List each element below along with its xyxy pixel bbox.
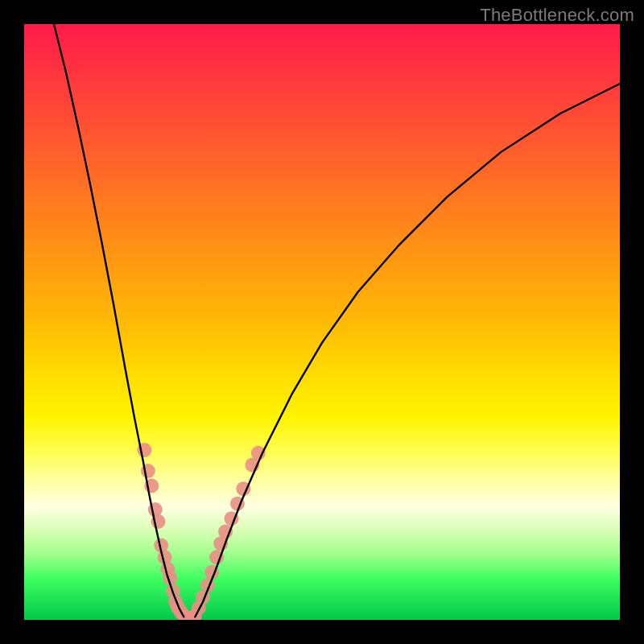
curve-left-branch bbox=[54, 24, 184, 617]
chart-frame: TheBottleneck.com bbox=[0, 0, 644, 644]
highlight-dot bbox=[141, 464, 155, 478]
watermark-text: TheBottleneck.com bbox=[480, 5, 634, 26]
curve-layer bbox=[24, 24, 620, 620]
curve-right-branch bbox=[195, 84, 620, 617]
plot-area bbox=[24, 24, 620, 620]
